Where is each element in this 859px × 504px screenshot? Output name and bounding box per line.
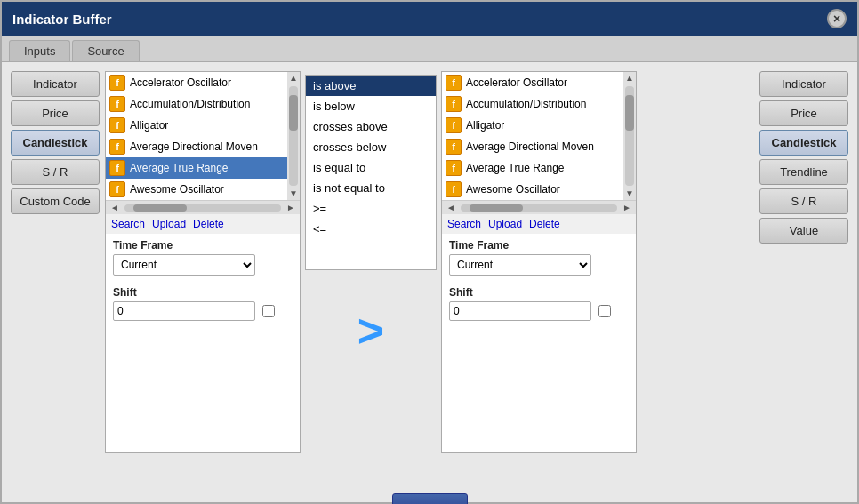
dialog-title: Indicator Buffer <box>12 12 112 27</box>
indicator-icon: f <box>446 96 462 112</box>
left-shift-label: Shift <box>113 286 293 299</box>
condition-item[interactable]: <= <box>306 219 436 239</box>
vscroll-track[interactable] <box>625 86 634 186</box>
sidebar-btn-sr-left[interactable]: S / R <box>11 159 100 185</box>
condition-item[interactable]: >= <box>306 198 436 219</box>
sidebar-btn-sr-right[interactable]: S / R <box>759 188 848 214</box>
right-indicator-list-wrapper: f Accelerator Oscillator f Accumulation/… <box>442 72 636 200</box>
sidebar-btn-trendline-right[interactable]: Trendline <box>759 159 848 185</box>
sidebar-btn-candlestick-right[interactable]: Candlestick <box>759 130 848 156</box>
right-shift-checkbox[interactable] <box>598 305 611 317</box>
list-item[interactable]: f Awesome Oscillator <box>106 179 287 200</box>
hscroll-thumb[interactable] <box>133 204 187 212</box>
list-item[interactable]: f Accelerator Oscillator <box>442 72 623 93</box>
indicator-item-text: Accumulation/Distribution <box>130 98 250 110</box>
left-search-link[interactable]: Search <box>111 218 145 230</box>
list-item[interactable]: f Alligator <box>106 115 287 136</box>
left-timeframe-label: Time Frame <box>113 239 293 252</box>
list-item[interactable]: f Accelerator Oscillator <box>106 72 287 93</box>
condition-list: is above is below crosses above crosses … <box>305 75 437 270</box>
right-search-link[interactable]: Search <box>447 218 481 230</box>
list-item[interactable]: f Average True Range <box>442 157 623 179</box>
indicator-item-text: Alligator <box>130 119 168 132</box>
list-item[interactable]: f Accumulation/Distribution <box>442 93 623 115</box>
left-sidebar: Indicator Price Candlestick S / R Custom… <box>11 71 100 483</box>
hscroll-thumb[interactable] <box>470 204 523 212</box>
list-item[interactable]: f Accumulation/Distribution <box>106 93 287 115</box>
vscroll-up-arrow[interactable]: ▲ <box>625 72 634 84</box>
right-timeframe-select[interactable]: Current M1M5M15H1 <box>449 254 591 276</box>
right-upload-link[interactable]: Upload <box>488 218 522 230</box>
left-upload-link[interactable]: Upload <box>152 218 186 230</box>
indicator-icon: f <box>446 160 462 176</box>
indicator-icon: f <box>109 75 125 91</box>
right-timeframe-section: Time Frame Current M1M5M15H1 <box>442 234 636 281</box>
hscroll-track[interactable] <box>461 204 617 212</box>
indicator-icon: f <box>446 139 462 155</box>
tab-inputs[interactable]: Inputs <box>9 40 70 61</box>
sidebar-btn-custom-left[interactable]: Custom Code <box>11 188 100 214</box>
right-shift-input[interactable] <box>449 301 591 321</box>
vscroll-down-arrow[interactable]: ▼ <box>289 188 298 200</box>
indicator-item-text: Average True Range <box>466 162 565 174</box>
tab-source[interactable]: Source <box>72 40 139 61</box>
sidebar-btn-indicator-left[interactable]: Indicator <box>11 71 100 97</box>
list-item[interactable]: f Average True Range <box>106 157 287 179</box>
condition-item[interactable]: is not equal to <box>306 178 436 198</box>
bottom-bar: OK <box>2 483 857 504</box>
vscroll-thumb[interactable] <box>625 95 634 131</box>
sidebar-btn-candlestick-left[interactable]: Candlestick <box>11 130 100 156</box>
hscroll-left-arrow[interactable]: ◄ <box>444 203 458 212</box>
indicator-icon: f <box>109 96 125 112</box>
left-hscrollbar[interactable]: ◄ ► <box>106 200 300 214</box>
list-item[interactable]: f Average Directional Moven <box>442 136 623 157</box>
hscroll-left-arrow[interactable]: ◄ <box>108 203 122 212</box>
panels-area: f Accelerator Oscillator f Accumulation/… <box>105 71 754 483</box>
condition-item[interactable]: crosses below <box>306 137 436 157</box>
right-indicator-list: f Accelerator Oscillator f Accumulation/… <box>442 72 636 200</box>
left-shift-input[interactable] <box>113 301 255 321</box>
vscroll-down-arrow[interactable]: ▼ <box>625 188 634 200</box>
right-vscrollbar[interactable]: ▲ ▼ <box>623 72 636 200</box>
list-item[interactable]: f Awesome Oscillator <box>442 179 623 200</box>
right-delete-link[interactable]: Delete <box>529 218 560 230</box>
left-shift-checkbox[interactable] <box>262 305 275 317</box>
right-indicator-panel: f Accelerator Oscillator f Accumulation/… <box>441 71 637 453</box>
right-shift-row <box>449 301 629 321</box>
hscroll-right-arrow[interactable]: ► <box>620 203 634 212</box>
sidebar-btn-value-right[interactable]: Value <box>759 218 848 244</box>
hscroll-track[interactable] <box>124 204 281 212</box>
left-indicator-list-wrapper: f Accelerator Oscillator f Accumulation/… <box>106 72 300 200</box>
list-item[interactable]: f Average Directional Moven <box>106 136 287 157</box>
right-shift-section: Shift <box>442 281 636 326</box>
sidebar-btn-price-left[interactable]: Price <box>11 100 100 126</box>
sidebar-btn-indicator-right[interactable]: Indicator <box>759 71 848 97</box>
right-shift-label: Shift <box>449 286 629 299</box>
vscroll-thumb[interactable] <box>289 95 298 131</box>
left-shift-row <box>113 301 293 321</box>
left-timeframe-select[interactable]: Current M1M5M15H1 <box>113 254 255 276</box>
condition-item[interactable]: is below <box>306 96 436 116</box>
indicator-item-text: Accumulation/Distribution <box>466 98 586 110</box>
main-content: Indicator Price Candlestick S / R Custom… <box>2 62 857 483</box>
condition-item[interactable]: is above <box>306 76 436 96</box>
left-vscrollbar[interactable]: ▲ ▼ <box>287 72 300 200</box>
ok-button[interactable]: OK <box>392 493 468 504</box>
indicator-icon: f <box>446 181 462 197</box>
right-timeframe-label: Time Frame <box>449 239 629 252</box>
indicator-icon: f <box>446 75 462 91</box>
left-delete-link[interactable]: Delete <box>193 218 224 230</box>
indicator-icon: f <box>109 160 125 176</box>
sidebar-btn-price-right[interactable]: Price <box>759 100 848 126</box>
indicator-icon: f <box>109 139 125 155</box>
right-hscrollbar[interactable]: ◄ ► <box>442 200 636 214</box>
right-sidebar: Indicator Price Candlestick Trendline S … <box>759 71 848 483</box>
condition-item[interactable]: is equal to <box>306 157 436 178</box>
vscroll-up-arrow[interactable]: ▲ <box>289 72 298 84</box>
close-button[interactable]: × <box>827 9 847 28</box>
indicator-item-text: Accelerator Oscillator <box>466 76 567 89</box>
hscroll-right-arrow[interactable]: ► <box>284 203 298 212</box>
condition-item[interactable]: crosses above <box>306 116 436 137</box>
vscroll-track[interactable] <box>289 86 298 186</box>
list-item[interactable]: f Alligator <box>442 115 623 136</box>
